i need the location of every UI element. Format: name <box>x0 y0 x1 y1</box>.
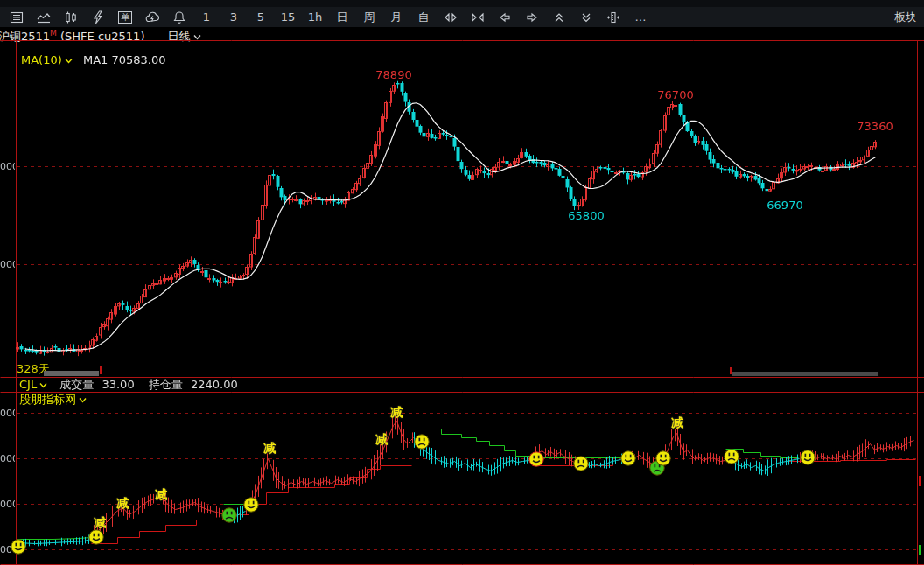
chevron-down-icon <box>79 394 87 406</box>
open-interest-value: 2240.00 <box>191 378 238 391</box>
chart-scrollbar-thumb[interactable] <box>44 371 99 376</box>
volume-label: 成交量 <box>60 378 94 391</box>
cjl-dropdown[interactable]: CJL <box>19 378 47 391</box>
scrollbar-cursor-tick <box>730 367 732 374</box>
trading-app-window: 单 1 3 5 15 1h 日 周 月 自 <box>0 0 924 565</box>
indicator-title-dropdown[interactable]: 股朋指标网 <box>19 394 87 406</box>
chevron-down-icon <box>39 379 47 391</box>
open-interest-label: 持仓量 <box>149 378 183 391</box>
cjl-indicator-bar: CJL 成交量 33.00 持仓量 2240.00 <box>19 379 238 391</box>
volume-value: 33.00 <box>102 378 134 391</box>
ma1-value: MA1 70583.00 <box>83 53 166 66</box>
chevron-down-icon <box>65 53 73 66</box>
ma-group-dropdown[interactable]: MA(10) <box>21 53 73 66</box>
scrollbar-cursor-tick <box>100 366 102 374</box>
ma-legend: MA(10) MA1 70583.00 <box>21 53 165 66</box>
chart-scrollbar-segment[interactable] <box>732 372 878 376</box>
price-chart-canvas[interactable] <box>0 0 924 565</box>
